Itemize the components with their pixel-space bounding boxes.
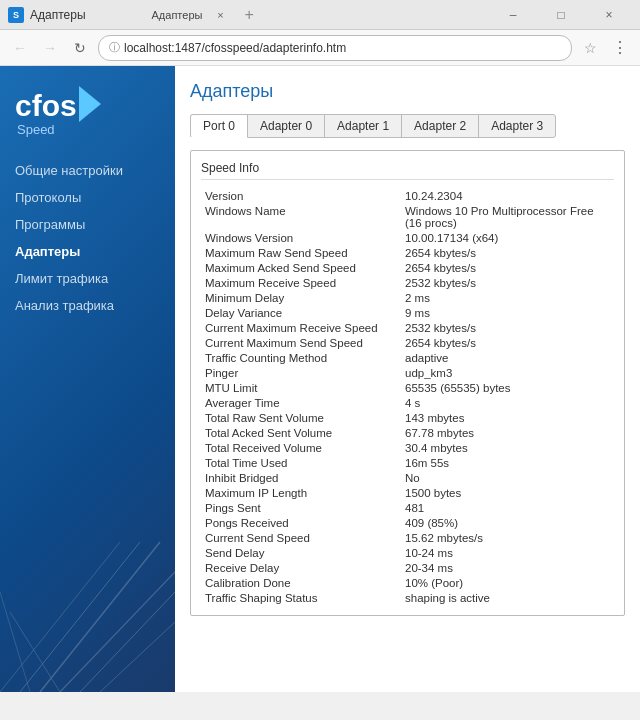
info-label: Pings Sent: [201, 500, 401, 515]
info-label: Send Delay: [201, 545, 401, 560]
info-label: Total Acked Sent Volume: [201, 425, 401, 440]
info-value: 15.62 mbytes/s: [401, 530, 614, 545]
table-row: Send Delay10-24 ms: [201, 545, 614, 560]
tab-close-button[interactable]: ×: [210, 5, 230, 25]
info-label: Traffic Counting Method: [201, 350, 401, 365]
info-label: Windows Name: [201, 203, 401, 230]
info-label: Traffic Shaping Status: [201, 590, 401, 605]
info-value: adaptive: [401, 350, 614, 365]
info-label: MTU Limit: [201, 380, 401, 395]
refresh-button[interactable]: ↻: [68, 36, 92, 60]
table-row: Total Raw Sent Volume143 mbytes: [201, 410, 614, 425]
svg-line-4: [80, 592, 175, 692]
table-row: Windows NameWindows 10 Pro Multiprocesso…: [201, 203, 614, 230]
info-value: 67.78 mbytes: [401, 425, 614, 440]
titlebar-left: S Адаптеры Адаптеры × +: [8, 5, 254, 25]
info-panel: Speed Info Version10.24.2304Windows Name…: [190, 150, 625, 616]
logo-text: cfo: [15, 89, 60, 123]
info-value: No: [401, 470, 614, 485]
back-button[interactable]: ←: [8, 36, 32, 60]
info-value: 2654 kbytes/s: [401, 245, 614, 260]
sidebar-decoration: [0, 492, 175, 692]
table-row: Total Acked Sent Volume67.78 mbytes: [201, 425, 614, 440]
menu-button[interactable]: ⋮: [608, 36, 632, 60]
table-row: Traffic Counting Methodadaptive: [201, 350, 614, 365]
table-row: Pongs Received409 (85%): [201, 515, 614, 530]
sidebar-item-limit[interactable]: Лимит трафика: [0, 265, 175, 292]
titlebar-controls: – □ ×: [490, 0, 632, 30]
info-label: Maximum Acked Send Speed: [201, 260, 401, 275]
table-row: Calibration Done10% (Poor): [201, 575, 614, 590]
info-label: Averager Time: [201, 395, 401, 410]
tab-adapter2[interactable]: Adapter 2: [401, 114, 479, 138]
table-row: Pings Sent481: [201, 500, 614, 515]
sidebar-item-programs[interactable]: Программы: [0, 211, 175, 238]
table-row: Current Maximum Receive Speed2532 kbytes…: [201, 320, 614, 335]
svg-line-3: [60, 572, 175, 692]
forward-button[interactable]: →: [38, 36, 62, 60]
table-row: Current Send Speed15.62 mbytes/s: [201, 530, 614, 545]
info-label: Minimum Delay: [201, 290, 401, 305]
info-value: 409 (85%): [401, 515, 614, 530]
info-value: 65535 (65535) bytes: [401, 380, 614, 395]
info-value: 16m 55s: [401, 455, 614, 470]
sidebar-item-analysis[interactable]: Анализ трафика: [0, 292, 175, 319]
table-row: Pingerudp_km3: [201, 365, 614, 380]
info-label: Total Raw Sent Volume: [201, 410, 401, 425]
logo-s: s: [60, 89, 77, 123]
new-tab-button[interactable]: +: [244, 6, 253, 24]
info-value: 2 ms: [401, 290, 614, 305]
close-button[interactable]: ×: [586, 0, 632, 30]
info-label: Windows Version: [201, 230, 401, 245]
info-label: Version: [201, 188, 401, 203]
info-value: 1500 bytes: [401, 485, 614, 500]
info-value: 143 mbytes: [401, 410, 614, 425]
titlebar-title: Адаптеры: [30, 8, 86, 22]
maximize-button[interactable]: □: [538, 0, 584, 30]
info-label: Current Send Speed: [201, 530, 401, 545]
table-row: Minimum Delay2 ms: [201, 290, 614, 305]
info-label: Delay Variance: [201, 305, 401, 320]
svg-line-0: [40, 542, 160, 692]
table-row: Windows Version10.00.17134 (x64): [201, 230, 614, 245]
logo-arrow: [79, 86, 101, 122]
svg-line-5: [100, 622, 175, 692]
address-box[interactable]: ⓘ: [98, 35, 572, 61]
info-label: Inhibit Bridged: [201, 470, 401, 485]
table-row: Current Maximum Send Speed2654 kbytes/s: [201, 335, 614, 350]
info-label: Maximum Raw Send Speed: [201, 245, 401, 260]
titlebar: S Адаптеры Адаптеры × + – □ ×: [0, 0, 640, 30]
table-row: Delay Variance9 ms: [201, 305, 614, 320]
svg-line-1: [20, 542, 140, 692]
info-value: 2532 kbytes/s: [401, 320, 614, 335]
sidebar-item-protocols[interactable]: Протоколы: [0, 184, 175, 211]
sidebar: cfo s Speed Общие настройки Протоколы Пр…: [0, 66, 175, 692]
tab-adapter0[interactable]: Adapter 0: [247, 114, 325, 138]
sidebar-item-adapters[interactable]: Адаптеры: [0, 238, 175, 265]
info-label: Receive Delay: [201, 560, 401, 575]
adapter-tabs: Port 0 Adapter 0 Adapter 1 Adapter 2 Ada…: [190, 114, 625, 138]
minimize-button[interactable]: –: [490, 0, 536, 30]
logo-speed-text: Speed: [17, 122, 160, 137]
table-row: MTU Limit65535 (65535) bytes: [201, 380, 614, 395]
tab-close-area: Адаптеры ×: [152, 5, 231, 25]
tab-port0[interactable]: Port 0: [190, 114, 248, 138]
info-section-title: Speed Info: [201, 161, 614, 180]
main-layout: cfo s Speed Общие настройки Протоколы Пр…: [0, 66, 640, 692]
url-input[interactable]: [124, 41, 561, 55]
sidebar-item-general[interactable]: Общие настройки: [0, 157, 175, 184]
lock-icon: ⓘ: [109, 40, 120, 55]
app-icon: S: [8, 7, 24, 23]
page-title: Адаптеры: [190, 81, 625, 102]
table-row: Maximum IP Length1500 bytes: [201, 485, 614, 500]
tab-adapter3[interactable]: Adapter 3: [478, 114, 556, 138]
info-value: 481: [401, 500, 614, 515]
info-value: 2654 kbytes/s: [401, 335, 614, 350]
info-value: 4 s: [401, 395, 614, 410]
info-value: shaping is active: [401, 590, 614, 605]
info-value: 10.00.17134 (x64): [401, 230, 614, 245]
info-value: 2532 kbytes/s: [401, 275, 614, 290]
tab-adapter1[interactable]: Adapter 1: [324, 114, 402, 138]
bookmark-button[interactable]: ☆: [578, 36, 602, 60]
info-label: Total Received Volume: [201, 440, 401, 455]
